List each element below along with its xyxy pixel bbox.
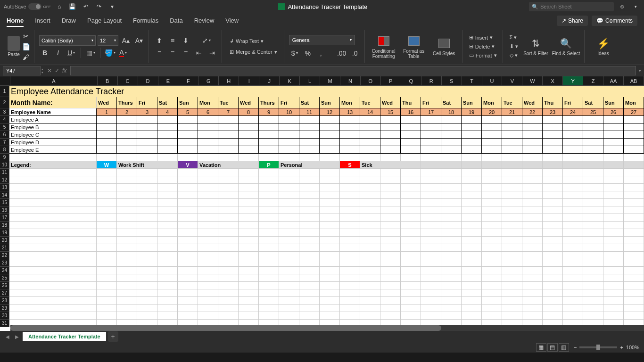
attendance-cell[interactable] — [340, 123, 360, 131]
cell[interactable] — [218, 304, 239, 312]
cell[interactable] — [137, 214, 157, 222]
cell[interactable] — [178, 252, 198, 259]
cell[interactable] — [97, 304, 117, 312]
cell[interactable] — [218, 237, 239, 244]
cell[interactable] — [157, 259, 178, 267]
cell[interactable] — [259, 206, 279, 214]
cell[interactable] — [522, 206, 543, 214]
attendance-cell[interactable] — [198, 116, 218, 123]
cell[interactable] — [563, 206, 583, 214]
cell[interactable] — [482, 161, 502, 169]
cell[interactable] — [462, 274, 482, 282]
cell[interactable] — [583, 274, 603, 282]
attendance-cell[interactable] — [583, 139, 603, 146]
cell[interactable] — [624, 244, 644, 252]
cell[interactable] — [239, 206, 259, 214]
cell[interactable] — [320, 184, 340, 191]
redo-icon[interactable]: ↷ — [94, 2, 104, 11]
row-header[interactable]: 5 — [0, 123, 9, 131]
attendance-cell[interactable] — [137, 139, 157, 146]
cell[interactable] — [157, 229, 178, 237]
cell[interactable] — [360, 237, 380, 244]
cell[interactable] — [441, 267, 462, 274]
cell[interactable] — [441, 259, 462, 267]
cell[interactable] — [482, 169, 502, 176]
cell[interactable] — [320, 191, 340, 199]
cell[interactable] — [583, 161, 603, 169]
attendance-cell[interactable] — [279, 116, 299, 123]
attendance-cell[interactable] — [380, 131, 401, 139]
cell[interactable] — [401, 244, 421, 252]
cell[interactable] — [543, 297, 563, 304]
cell[interactable] — [380, 154, 401, 161]
cell[interactable] — [624, 161, 644, 169]
cell[interactable] — [340, 252, 360, 259]
cell[interactable] — [624, 169, 644, 176]
cell[interactable] — [441, 229, 462, 237]
fill-color-button[interactable]: 🪣 — [104, 48, 116, 58]
cell[interactable] — [117, 206, 137, 214]
cell[interactable] — [401, 304, 421, 312]
cell[interactable] — [401, 289, 421, 297]
cell[interactable] — [279, 304, 299, 312]
attendance-cell[interactable] — [137, 146, 157, 154]
cell[interactable] — [421, 191, 441, 199]
cell[interactable] — [502, 312, 522, 320]
menu-tab-draw[interactable]: Draw — [62, 15, 76, 27]
row-header[interactable]: 17 — [0, 214, 9, 222]
cell[interactable] — [502, 191, 522, 199]
cell[interactable] — [583, 252, 603, 259]
cell[interactable] — [522, 154, 543, 161]
cell[interactable] — [117, 297, 137, 304]
attendance-cell[interactable] — [340, 131, 360, 139]
normal-view-icon[interactable]: ▦ — [536, 343, 546, 352]
cell[interactable] — [522, 304, 543, 312]
cell[interactable] — [239, 282, 259, 289]
cell[interactable] — [543, 206, 563, 214]
cell[interactable] — [441, 289, 462, 297]
row-header[interactable]: 2 — [0, 97, 9, 108]
cell[interactable] — [380, 199, 401, 206]
attendance-cell[interactable] — [320, 116, 340, 123]
cell[interactable] — [178, 274, 198, 282]
attendance-cell[interactable] — [360, 146, 380, 154]
row-header[interactable]: 14 — [0, 191, 9, 199]
cell[interactable] — [421, 289, 441, 297]
cell[interactable] — [117, 176, 137, 184]
tab-prev-icon[interactable]: ◀ — [4, 334, 11, 339]
cell[interactable] — [9, 206, 97, 214]
cell[interactable] — [502, 267, 522, 274]
cell[interactable] — [9, 252, 97, 259]
cell[interactable] — [198, 191, 218, 199]
attendance-cell[interactable] — [117, 131, 137, 139]
cell[interactable] — [421, 154, 441, 161]
cell[interactable] — [218, 312, 239, 320]
cell[interactable] — [97, 289, 117, 297]
cell[interactable] — [522, 274, 543, 282]
cell[interactable] — [522, 176, 543, 184]
cell[interactable] — [117, 214, 137, 222]
attendance-cell[interactable] — [543, 116, 563, 123]
attendance-cell[interactable] — [482, 131, 502, 139]
cell[interactable] — [259, 267, 279, 274]
attendance-cell[interactable] — [380, 116, 401, 123]
cell[interactable] — [299, 199, 320, 206]
cell[interactable] — [239, 304, 259, 312]
cell[interactable] — [563, 169, 583, 176]
cell[interactable] — [603, 244, 624, 252]
attendance-cell[interactable] — [421, 131, 441, 139]
cell[interactable] — [502, 176, 522, 184]
cell[interactable] — [401, 214, 421, 222]
increase-indent-icon[interactable]: ⇥ — [206, 48, 218, 58]
cell[interactable] — [279, 176, 299, 184]
cell[interactable] — [259, 214, 279, 222]
cell[interactable] — [462, 312, 482, 320]
cell[interactable] — [137, 237, 157, 244]
attendance-cell[interactable] — [583, 123, 603, 131]
cell[interactable] — [218, 259, 239, 267]
attendance-cell[interactable] — [360, 139, 380, 146]
cell[interactable] — [603, 206, 624, 214]
cell[interactable] — [624, 267, 644, 274]
attendance-cell[interactable] — [502, 123, 522, 131]
attendance-cell[interactable] — [157, 116, 178, 123]
